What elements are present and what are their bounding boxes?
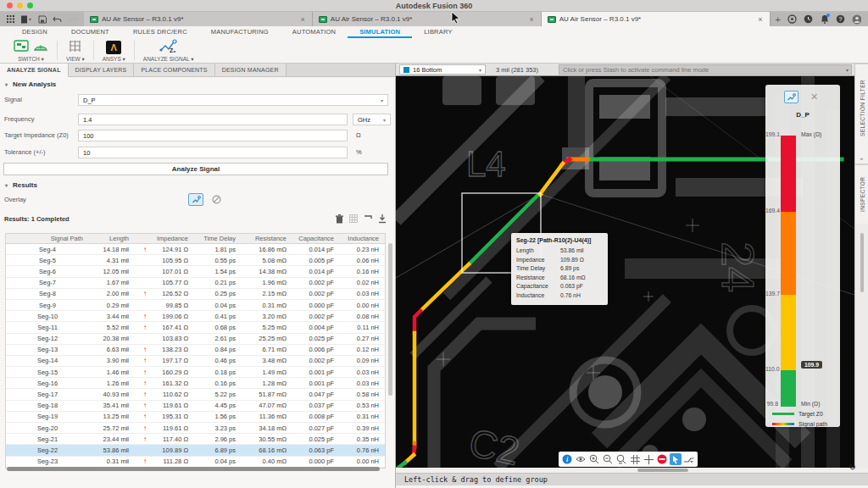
cell-resistance: 14.38 mΩ [242, 268, 292, 275]
column-header[interactable]: Capacitance [292, 235, 340, 242]
new-analysis-section-header[interactable]: ▾ New Analysis [0, 79, 395, 89]
delete-results-icon[interactable] [336, 214, 343, 224]
table-row[interactable]: Seg-14 3.90 mil ↑197.17 Ω 0.46 ps 3.48 m… [6, 356, 385, 367]
origin-crosshair-icon[interactable] [643, 453, 654, 465]
overlay-signal-toggle[interactable] [188, 193, 203, 206]
panel-tab[interactable]: DISPLAY LAYERS [69, 64, 135, 76]
new-tab-button[interactable]: + [776, 14, 781, 25]
grid-toggle-icon[interactable] [629, 453, 641, 465]
document-tab[interactable]: AU Air Sensor – R3.0.1 v9* × [542, 12, 771, 26]
zoom-out-icon[interactable] [602, 453, 614, 465]
redo-icon[interactable] [68, 15, 77, 23]
target-impedance-input[interactable]: 100 [78, 130, 348, 141]
visibility-eye-icon[interactable] [575, 453, 587, 465]
info-tool-button[interactable]: i [561, 453, 573, 465]
ribbon-tab[interactable]: DESIGN [10, 26, 59, 38]
zoom-in-icon[interactable] [588, 453, 600, 465]
command-line-input[interactable] [559, 64, 852, 75]
pcb-viewport[interactable]: L4 C2 24 [396, 76, 854, 468]
undo-icon[interactable] [53, 15, 62, 23]
notifications-bell-icon[interactable] [820, 14, 829, 24]
table-row[interactable]: Seg-23 0.31 mil ↑111.28 Ω 0.04 ps 0.40 m… [6, 457, 385, 468]
layer-select[interactable]: 16 Bottom ▾ [399, 64, 486, 75]
canvas-horizontal-scrollbar[interactable] [637, 469, 688, 472]
table-row[interactable]: Seg-15 1.46 mil ↑160.29 Ω 0.18 ps 1.49 m… [6, 367, 385, 378]
legend-signal-toggle[interactable] [784, 91, 798, 103]
toolbar-group-ansys[interactable]: Λ ANSYS ▾ [94, 38, 134, 63]
table-row[interactable]: Seg-18 35.41 mil ↑119.61 Ω 4.45 ps 47.07… [6, 401, 385, 412]
results-table-header: Signal PathLengthImpedanceTime DelayResi… [6, 234, 385, 244]
overlay-none-toggle[interactable] [209, 193, 224, 206]
export-download-icon[interactable] [378, 214, 387, 224]
table-row[interactable]: Seg-10 3.44 mil ↑199.06 Ω 0.41 ps 3.20 m… [6, 311, 385, 322]
table-row[interactable]: Seg-5 4.31 mil ↑105.95 Ω 0.55 ps 5.08 mΩ… [6, 255, 385, 266]
column-header[interactable]: Impedance [135, 235, 194, 242]
extensions-clock-icon[interactable] [804, 14, 813, 24]
table-row[interactable]: Seg-17 40.93 mil ↑110.62 Ω 5.22 ps 51.87… [6, 389, 385, 400]
cell-time-delay: 0.25 ps [194, 290, 242, 297]
selection-filter-tab[interactable]: SELECTION FILTER [855, 64, 868, 152]
toolbar-group-analyze-signal[interactable]: Z₀ ANALYZE SIGNAL ▾ [135, 38, 203, 63]
user-avatar[interactable] [852, 14, 861, 24]
panel-tab[interactable]: ANALYZE SIGNAL [0, 64, 69, 77]
measure-probe-icon[interactable] [364, 214, 372, 224]
table-row[interactable]: Seg-12 20.38 mil ↑103.83 Ω 2.61 ps 25.25… [6, 334, 385, 345]
tolerance-input[interactable]: 10 [78, 147, 348, 158]
tab-close-icon[interactable]: × [528, 15, 534, 24]
route-tool-icon[interactable] [683, 453, 695, 465]
dock-collapse-icon[interactable]: « [855, 152, 868, 164]
ribbon-tab[interactable]: DOCUMENT [59, 26, 121, 38]
table-row[interactable]: Seg-7 1.67 mil ↑105.77 Ω 0.21 ps 1.96 mΩ… [6, 278, 385, 289]
toolbar-group-view[interactable]: VIEW ▾ [58, 38, 93, 63]
column-header[interactable]: Inductance [340, 235, 385, 242]
table-row[interactable]: Seg-9 0.29 mil ↑99.85 Ω 0.04 ps 0.31 mΩ … [6, 300, 385, 311]
ribbon-tab[interactable]: MANUFACTURING [199, 26, 281, 38]
results-section-header[interactable]: ▾ Results [0, 180, 395, 190]
select-cursor-icon[interactable] [670, 453, 682, 465]
frequency-unit-select[interactable]: GHz ▾ [353, 114, 391, 125]
table-row[interactable]: Seg-22 53.86 mil ↑109.89 Ω 6.89 ps 68.16… [6, 445, 385, 456]
legend-close-icon[interactable]: ✕ [810, 92, 818, 103]
dock-scrollbar[interactable] [860, 233, 864, 292]
table-row[interactable]: Seg-6 12.05 mil ↑107.01 Ω 1.54 ps 14.38 … [6, 266, 385, 277]
job-status-icon[interactable] [787, 14, 797, 24]
table-row[interactable]: Seg-11 5.52 mil ↑167.41 Ω 0.68 ps 5.25 m… [6, 322, 385, 333]
column-header[interactable]: Signal Path [6, 235, 89, 242]
panel-tab[interactable]: DESIGN MANAGER [215, 64, 287, 76]
table-row[interactable]: Seg-20 25.72 mil ↑119.61 Ω 3.23 ps 34.18… [6, 423, 385, 434]
signal-select[interactable]: D_P ▾ [78, 94, 388, 106]
ribbon-tab[interactable]: RULES DRC/ERC [121, 26, 199, 38]
stop-restrict-icon[interactable] [656, 453, 668, 465]
table-row[interactable]: Seg-8 2.00 mil ↑126.52 Ω 0.25 ps 2.15 mΩ… [6, 289, 385, 300]
table-view-icon[interactable] [349, 214, 358, 224]
toolbar-group-switch[interactable]: SWITCH ▾ [5, 38, 57, 63]
column-header[interactable]: Length [89, 235, 135, 242]
table-horizontal-scrollbar[interactable] [7, 467, 380, 471]
inspector-tab[interactable]: INSPECTOR [855, 164, 868, 224]
table-row[interactable]: Seg-16 1.26 mil ↑161.32 Ω 0.16 ps 1.28 m… [6, 378, 385, 389]
document-tab[interactable]: AU Air Sensor – R3.0.1 v9* × [313, 12, 542, 26]
analyze-signal-button[interactable]: Analyze Signal [3, 163, 388, 175]
column-header[interactable]: Resistance [242, 235, 292, 242]
ribbon-tab[interactable]: AUTOMATION [281, 26, 348, 38]
tab-close-icon[interactable]: × [300, 15, 306, 24]
table-row[interactable]: Seg-13 6.63 mil ↑138.23 Ω 0.84 ps 6.71 m… [6, 345, 385, 356]
ribbon-tab[interactable]: LIBRARY [412, 26, 464, 38]
table-row[interactable]: Seg-19 13.25 mil ↑195.31 Ω 1.56 ps 11.36… [6, 412, 385, 423]
save-icon[interactable] [38, 15, 47, 24]
table-vertical-scrollbar[interactable] [388, 243, 392, 396]
tab-close-icon[interactable]: × [757, 15, 763, 24]
document-tab[interactable]: AU Air Sensor – R3.0.1 v9* × [84, 12, 313, 26]
ribbon-tab[interactable]: SIMULATION [348, 26, 412, 38]
table-row[interactable]: Seg-21 23.44 mil ↑117.40 Ω 2.96 ps 30.55… [6, 434, 385, 445]
column-header[interactable]: Time Delay [194, 235, 242, 242]
app-grid-icon[interactable] [7, 15, 14, 23]
results-table: Signal PathLengthImpedanceTime DelayResi… [5, 233, 386, 469]
zoom-window-icon[interactable] [615, 453, 627, 465]
table-row[interactable]: Seg-4 14.18 mil ↑124.91 Ω 1.81 ps 16.86 … [6, 244, 385, 255]
orbit-icon[interactable]: ↻ [849, 463, 856, 472]
frequency-input[interactable]: 1.4 [78, 114, 348, 125]
help-icon[interactable]: ? [836, 14, 845, 24]
panel-tab[interactable]: PLACE COMPONENTS [134, 64, 214, 76]
file-menu-icon[interactable] [20, 15, 32, 24]
